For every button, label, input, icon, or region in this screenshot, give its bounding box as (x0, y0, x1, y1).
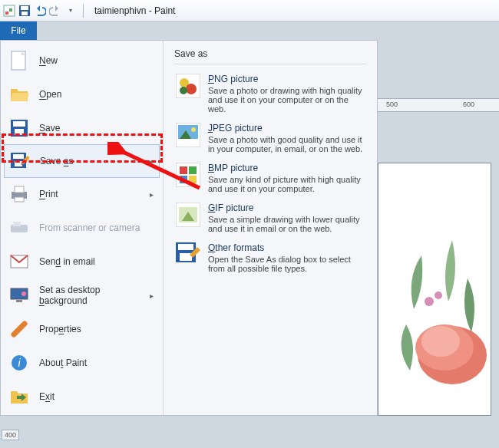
menu-properties[interactable]: Properties (1, 312, 163, 346)
svg-rect-38 (180, 166, 187, 174)
menu-email[interactable]: Send in email (1, 245, 163, 278)
svg-point-8 (421, 326, 460, 357)
other-formats-icon (176, 242, 200, 267)
save-as-submenu: Save as PNG pictureSave a photo or drawi… (164, 41, 377, 415)
svg-point-10 (435, 292, 442, 299)
svg-rect-46 (178, 244, 193, 250)
save-icon[interactable] (18, 5, 31, 17)
menu-save-as[interactable]: Save as (4, 144, 160, 178)
save-as-gif[interactable]: GIF pictureSave a simple drawing with lo… (174, 198, 366, 238)
qat-dropdown-icon[interactable]: ▾ (64, 5, 77, 17)
titlebar: ▾ taimienphivn - Paint (0, 0, 499, 21)
menu-scanner-label: From scanner or camera (39, 222, 154, 233)
menu-print[interactable]: Print (1, 177, 163, 211)
exit-icon (10, 387, 28, 406)
svg-point-36 (191, 127, 196, 132)
menu-new[interactable]: New (1, 44, 163, 77)
svg-rect-37 (176, 163, 200, 187)
file-menu-left: New Open Save Save as Print From scanner… (1, 41, 164, 415)
svg-rect-25 (16, 300, 22, 302)
svg-rect-39 (189, 166, 197, 174)
svg-point-32 (180, 87, 187, 94)
svg-rect-4 (21, 6, 28, 10)
ruler-tick: 600 (463, 100, 474, 108)
save-as-other[interactable]: Other formatsOpen the Save As dialog box… (174, 238, 366, 278)
desktop-icon (10, 286, 28, 305)
quick-access-toolbar: ▾ (3, 4, 87, 18)
menu-about[interactable]: i About Paint (1, 346, 163, 380)
ruler-tick-v: 400 (2, 430, 19, 440)
menu-new-label: ew (46, 55, 58, 66)
svg-point-26 (21, 292, 26, 296)
file-menu: New Open Save Save as Print From scanner… (0, 40, 378, 416)
save-as-jpeg[interactable]: JPEG pictureSave a photo with good quali… (174, 118, 366, 158)
email-icon (10, 252, 28, 271)
svg-rect-5 (21, 12, 28, 15)
menu-save[interactable]: Save (1, 111, 163, 145)
gif-icon (176, 203, 200, 227)
new-icon (10, 51, 28, 70)
app-icon (3, 5, 15, 17)
file-tab[interactable]: File (0, 21, 37, 40)
svg-rect-20 (15, 197, 24, 202)
save-as-bmp[interactable]: BMP pictureSave any kind of picture with… (174, 158, 366, 198)
ruler-tick: 500 (386, 100, 398, 108)
png-icon (176, 74, 200, 98)
properties-icon (10, 320, 28, 338)
svg-rect-19 (15, 186, 24, 193)
bmp-icon (176, 163, 200, 187)
open-icon (10, 85, 28, 104)
canvas-image (378, 209, 491, 409)
png-desc: Save a photo or drawing with high qualit… (208, 86, 365, 114)
save-icon (10, 119, 28, 137)
svg-rect-22 (13, 222, 21, 226)
menu-open[interactable]: Open (1, 77, 163, 111)
svg-rect-41 (189, 176, 197, 183)
svg-rect-40 (180, 176, 187, 183)
scanner-icon (10, 219, 28, 237)
menu-exit[interactable]: Exit (1, 380, 163, 413)
svg-rect-13 (13, 121, 25, 127)
submenu-title: Save as (174, 48, 366, 64)
other-desc: Open the Save As dialog box to select fr… (208, 255, 365, 273)
canvas[interactable] (378, 163, 491, 416)
bmp-desc: Save any kind of picture with high quali… (208, 175, 365, 193)
jpeg-icon (176, 123, 200, 147)
svg-rect-16 (13, 154, 24, 159)
print-icon (10, 185, 28, 203)
undo-icon[interactable] (34, 5, 46, 17)
svg-point-9 (425, 297, 434, 306)
save-as-png[interactable]: PNG pictureSave a photo or drawing with … (174, 69, 366, 118)
gif-desc: Save a simple drawing with lower quality… (208, 215, 365, 233)
svg-rect-14 (15, 129, 24, 135)
window-title: taimienphivn - Paint (94, 5, 175, 16)
svg-point-31 (186, 84, 197, 94)
jpeg-desc: Save a photo with good quality and use i… (208, 135, 365, 153)
redo-icon[interactable] (49, 5, 61, 17)
about-icon: i (10, 354, 28, 372)
svg-rect-2 (9, 8, 12, 12)
svg-rect-1 (5, 12, 8, 15)
save-as-icon (11, 152, 29, 170)
menu-desktop-bg[interactable]: Set as desktop background (1, 278, 163, 312)
menu-scanner: From scanner or camera (1, 211, 163, 245)
